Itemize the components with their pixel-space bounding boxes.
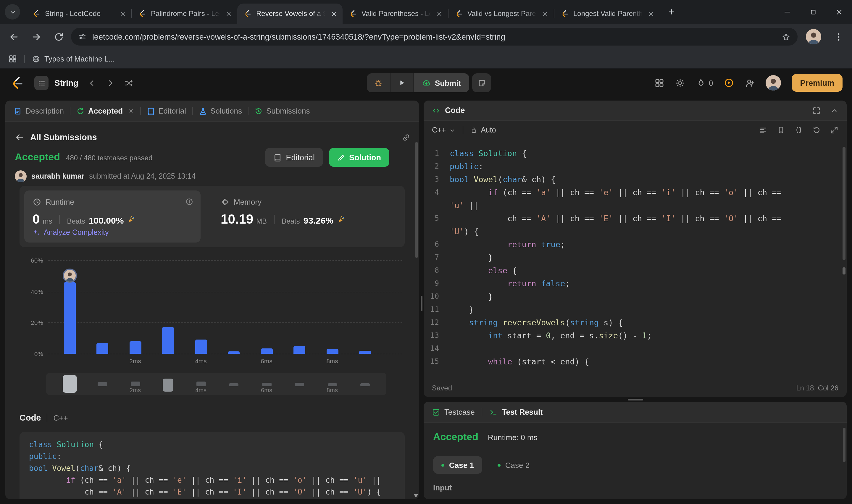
- prev-problem-button[interactable]: [88, 78, 97, 87]
- chart-range-slider[interactable]: 2ms4ms6ms8ms: [46, 373, 386, 395]
- scrollbar-thumb[interactable]: [843, 428, 846, 462]
- tab-editorial[interactable]: Editorial: [146, 107, 186, 115]
- settings-gear-icon[interactable]: [675, 78, 685, 88]
- fullscreen-icon[interactable]: [812, 106, 821, 114]
- author-name[interactable]: saurabh kumar: [31, 172, 84, 180]
- browser-tab[interactable]: Longest Valid Parenthes: [555, 3, 660, 24]
- user-avatar[interactable]: [766, 75, 781, 90]
- browser-tab[interactable]: Valid vs Longest Parentl: [449, 3, 554, 24]
- browser-tab[interactable]: Palindrome Pairs - LeetC: [132, 3, 237, 24]
- tab-close-icon[interactable]: [119, 10, 127, 17]
- format-code-icon[interactable]: [759, 126, 767, 134]
- bookmark-star-icon[interactable]: [782, 32, 791, 41]
- runtime-bar[interactable]: [228, 352, 240, 354]
- code-editor[interactable]: 1class Solution {2public:3bool Vowel(cha…: [424, 140, 841, 378]
- new-tab-button[interactable]: [663, 3, 680, 20]
- slider-handle[interactable]: [62, 375, 77, 393]
- runtime-bar[interactable]: [326, 349, 338, 354]
- bookmark-item[interactable]: Types of Machine L...: [32, 55, 115, 63]
- info-icon[interactable]: [185, 198, 194, 206]
- browser-menu-button[interactable]: [833, 31, 844, 42]
- site-info-icon[interactable]: [78, 33, 86, 41]
- copy-link-icon[interactable]: [402, 133, 411, 142]
- case-2-button[interactable]: Case 2: [489, 456, 538, 474]
- runtime-stat[interactable]: Runtime 0 ms Beats 100.00% Analyze Compl…: [24, 191, 201, 242]
- shuffle-icon[interactable]: [125, 78, 133, 87]
- add-user-icon[interactable]: [745, 78, 755, 88]
- memory-stat[interactable]: Memory 10.19 MB Beats 93.26%: [213, 191, 400, 242]
- runtime-bar[interactable]: [359, 350, 371, 354]
- debug-button[interactable]: [367, 73, 390, 92]
- tab-close-icon[interactable]: [330, 10, 338, 17]
- tab-close-icon[interactable]: [127, 108, 134, 114]
- forward-button[interactable]: [27, 28, 45, 46]
- timer-icon[interactable]: [724, 77, 734, 88]
- layout-grid-icon[interactable]: [654, 78, 665, 88]
- browser-tab[interactable]: Reverse Vowels of a Stri: [237, 3, 343, 24]
- tab-description[interactable]: Description: [14, 107, 64, 115]
- runtime-bar[interactable]: [195, 340, 207, 354]
- runtime-bar[interactable]: [129, 341, 141, 354]
- tab-solutions[interactable]: Solutions: [199, 107, 242, 115]
- autosave-indicator[interactable]: Auto: [470, 126, 496, 134]
- case-1-button[interactable]: Case 1: [433, 456, 482, 474]
- submitted-code-block[interactable]: class Solution {public:bool Vowel(char& …: [19, 432, 405, 499]
- scrollbar-thumb[interactable]: [415, 142, 418, 258]
- y-axis-label: 20%: [19, 319, 43, 326]
- runtime-bar[interactable]: [162, 327, 174, 354]
- tab-close-icon[interactable]: [541, 10, 549, 17]
- runtime-bar[interactable]: [96, 343, 108, 354]
- panel-resize-handle-horizontal[interactable]: [424, 397, 847, 402]
- scroll-down-arrow[interactable]: [414, 494, 418, 498]
- browser-tab[interactable]: Valid Parentheses - Leet: [343, 3, 448, 24]
- tab-close-icon[interactable]: [225, 10, 233, 17]
- tab-test-result[interactable]: Test Result: [490, 408, 543, 416]
- minimize-button[interactable]: [774, 0, 800, 24]
- runtime-bar[interactable]: [293, 346, 305, 354]
- reset-code-icon[interactable]: [812, 126, 821, 134]
- tab-accepted[interactable]: Accepted: [76, 107, 134, 115]
- all-submissions-link[interactable]: All Submissions: [30, 132, 97, 142]
- address-bar[interactable]: leetcode.com/problems/reverse-vowels-of-…: [71, 28, 798, 46]
- next-problem-button[interactable]: [106, 78, 115, 87]
- premium-button[interactable]: Premium: [792, 74, 842, 92]
- notes-button[interactable]: [472, 73, 491, 92]
- back-button[interactable]: [5, 28, 22, 46]
- your-submission-marker[interactable]: [62, 269, 77, 283]
- leetcode-logo[interactable]: [10, 76, 24, 90]
- problem-list-button[interactable]: [34, 76, 49, 90]
- streak-counter[interactable]: 0: [696, 78, 713, 88]
- runtime-bar[interactable]: [64, 282, 75, 354]
- input-label: Input: [433, 483, 452, 492]
- run-button[interactable]: [390, 73, 413, 92]
- expand-icon[interactable]: [830, 126, 838, 134]
- analyze-complexity-link[interactable]: Analyze Complexity: [33, 228, 109, 237]
- runtime-bar[interactable]: [261, 348, 272, 354]
- tab-submissions[interactable]: Submissions: [254, 107, 310, 115]
- tab-search-button[interactable]: [5, 4, 20, 19]
- tab-testcase[interactable]: Testcase: [432, 408, 475, 416]
- editorial-button[interactable]: Editorial: [265, 148, 323, 167]
- maximize-button[interactable]: [800, 0, 826, 24]
- terminal-icon: [490, 408, 498, 416]
- problem-list-label[interactable]: String: [54, 78, 78, 88]
- y-axis-label: 60%: [19, 257, 43, 264]
- submit-button[interactable]: Submit: [413, 73, 469, 92]
- window-close-button[interactable]: [826, 0, 852, 24]
- browser-tab[interactable]: String - LeetCode: [26, 3, 131, 24]
- panel-resize-handle[interactable]: [419, 101, 424, 499]
- bookmark-icon[interactable]: [777, 126, 785, 134]
- leetcode-navbar: String Submit 0 Premium: [0, 69, 852, 97]
- apps-grid-icon[interactable]: [8, 54, 17, 63]
- collapse-icon[interactable]: [830, 106, 838, 114]
- tab-close-icon[interactable]: [435, 10, 443, 17]
- solution-button[interactable]: Solution: [329, 148, 389, 167]
- reload-button[interactable]: [50, 28, 68, 46]
- tab-close-icon[interactable]: [647, 10, 655, 17]
- braces-icon[interactable]: [795, 126, 803, 134]
- back-to-submissions-icon[interactable]: [15, 132, 24, 142]
- cursor-position[interactable]: Ln 18, Col 26: [796, 384, 838, 392]
- browser-profile-avatar[interactable]: [806, 29, 821, 44]
- language-selector[interactable]: C++: [432, 126, 455, 134]
- editor-scrollbar-thumb[interactable]: [842, 147, 846, 260]
